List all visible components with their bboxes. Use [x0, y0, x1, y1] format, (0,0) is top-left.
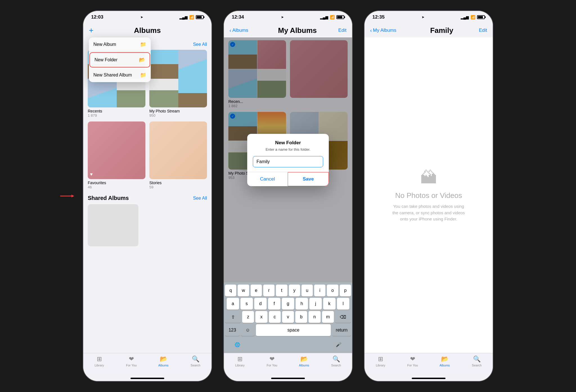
tab-search-1[interactable]: 🔍 Search [187, 355, 204, 367]
key-e[interactable]: e [251, 285, 262, 296]
key-p[interactable]: p [340, 285, 351, 296]
key-i[interactable]: i [314, 285, 325, 296]
globe-key[interactable]: 🌐 [231, 339, 244, 350]
tab-library-2[interactable]: ⊞ Library [231, 355, 248, 367]
status-icons-2: ▂▄▆ 📶 [320, 15, 344, 19]
shared-see-all-btn[interactable]: See All [193, 196, 207, 201]
see-all-btn[interactable]: See All [193, 42, 207, 47]
album-stories[interactable]: Stories 59 [149, 121, 207, 189]
tab-library-3[interactable]: ⊞ Library [372, 355, 389, 367]
key-q[interactable]: q [225, 285, 236, 296]
key-w[interactable]: w [238, 285, 249, 296]
key-l[interactable]: l [337, 298, 349, 310]
key-r[interactable]: r [263, 285, 274, 296]
key-t[interactable]: t [276, 285, 287, 296]
chevron-left-icon-3: ‹ [370, 28, 372, 33]
tab-foryou-label-2: For You [267, 364, 277, 367]
key-g[interactable]: g [282, 298, 294, 310]
new-album-item[interactable]: New Album 📁 [89, 37, 151, 52]
tab-albums-2[interactable]: 📂 Albums [296, 355, 312, 367]
album-count: 59 [149, 185, 207, 189]
tab-library-label-1: Library [94, 364, 104, 367]
thumb-cell [178, 79, 207, 108]
tab-search-2[interactable]: 🔍 Search [328, 355, 345, 367]
album-name: My Photo Stream [149, 109, 207, 113]
tab-bar-3: ⊞ Library ❤ For You 📂 Albums 🔍 Search [364, 353, 493, 375]
thumb-cell [88, 79, 117, 108]
tab-foryou-1[interactable]: ❤ For You [123, 355, 140, 367]
thumb-cell [117, 79, 146, 108]
favourites-thumb: ♥ [88, 121, 145, 179]
folder-name-input[interactable] [253, 156, 323, 167]
key-d[interactable]: d [254, 298, 267, 310]
tab-library-1[interactable]: ⊞ Library [91, 355, 108, 367]
key-x[interactable]: x [255, 311, 267, 323]
mic-key[interactable]: 🎤 [332, 339, 345, 350]
key-c[interactable]: c [269, 311, 281, 323]
numbers-key[interactable]: 123 [225, 324, 240, 336]
wifi-icon-1: 📶 [189, 15, 194, 19]
new-album-label: New Album [93, 42, 116, 47]
new-folder-item[interactable]: New Folder 📂 [89, 52, 150, 67]
key-j[interactable]: j [309, 298, 322, 310]
search-icon-1: 🔍 [192, 355, 199, 363]
key-b[interactable]: b [295, 311, 307, 323]
key-z[interactable]: z [242, 311, 254, 323]
key-s[interactable]: s [240, 298, 253, 310]
key-k[interactable]: k [323, 298, 336, 310]
location-icon-3: ➤ [422, 15, 424, 19]
tab-albums-1[interactable]: 📂 Albums [155, 355, 172, 367]
battery-icon-3 [477, 15, 485, 19]
album-name: Recents [88, 109, 145, 113]
key-a[interactable]: a [227, 298, 239, 310]
key-h[interactable]: h [296, 298, 308, 310]
signal-icon-3: ▂▄▆ [461, 15, 469, 19]
dropdown-menu: New Album 📁 New Folder 📂 New Shared Albu… [89, 37, 151, 82]
dialog-buttons: Cancel Save [247, 172, 329, 186]
signal-icon-1: ▂▄▆ [179, 15, 188, 19]
tab-search-label-3: Search [472, 364, 482, 367]
albums-icon-3: 📂 [441, 355, 449, 363]
space-key[interactable]: space [256, 324, 331, 336]
emoji-key[interactable]: ☺ [241, 324, 255, 336]
back-button-2[interactable]: ‹ Albums [230, 28, 248, 33]
new-shared-album-item[interactable]: New Shared Album 📁 [89, 68, 151, 82]
battery-icon-2 [336, 15, 344, 19]
time-1: 12:03 [91, 14, 103, 20]
library-icon-1: ⊞ [97, 355, 102, 363]
key-y[interactable]: y [289, 285, 300, 296]
library-icon-3: ⊞ [378, 355, 383, 363]
tab-search-3[interactable]: 🔍 Search [468, 355, 485, 367]
foryou-icon-3: ❤ [410, 355, 415, 363]
cancel-button[interactable]: Cancel [247, 172, 288, 186]
plus-button[interactable]: + [89, 26, 93, 35]
no-photos-icon: 🏔 [420, 168, 437, 187]
key-u[interactable]: u [302, 285, 313, 296]
edit-btn-2[interactable]: Edit [338, 28, 346, 33]
shift-key[interactable]: ⇧ [225, 311, 241, 323]
chevron-left-icon: ‹ [230, 28, 231, 33]
album-favourites[interactable]: ♥ Favourites 46 [88, 121, 145, 189]
my-albums-title: My Albums [248, 26, 346, 35]
save-button[interactable]: Save [288, 172, 329, 186]
backspace-key[interactable]: ⌫ [335, 311, 351, 323]
foryou-icon-2: ❤ [269, 355, 274, 363]
tab-albums-3[interactable]: 📂 Albums [436, 355, 453, 367]
nav-bar-2: ‹ Albums My Albums Edit [224, 23, 352, 37]
edit-btn-3[interactable]: Edit [479, 28, 487, 33]
tab-foryou-2[interactable]: ❤ For You [264, 355, 280, 367]
back-button-3[interactable]: ‹ My Albums [370, 28, 396, 33]
back-label-2: Albums [232, 28, 248, 33]
key-n[interactable]: n [309, 311, 320, 323]
nav-bar-1: + Albums [83, 23, 212, 37]
shared-album-thumb[interactable] [88, 204, 138, 246]
return-key[interactable]: return [332, 324, 351, 336]
key-v[interactable]: v [282, 311, 294, 323]
status-icons-1: ▂▄▆ 📶 [179, 15, 204, 19]
location-icon-2: ➤ [281, 15, 284, 19]
key-o[interactable]: o [327, 285, 338, 296]
tab-foryou-3[interactable]: ❤ For You [404, 355, 421, 367]
album-photostream[interactable]: My Photo Stream 950 [149, 50, 207, 118]
key-m[interactable]: m [322, 311, 334, 323]
key-f[interactable]: f [268, 298, 280, 310]
